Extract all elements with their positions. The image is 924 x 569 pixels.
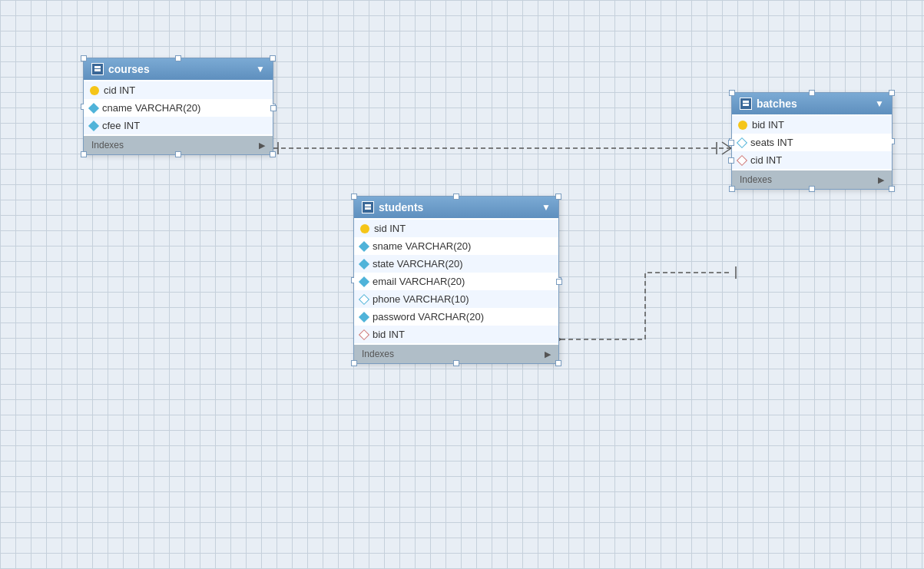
svg-rect-13 bbox=[365, 207, 371, 210]
diamond-outline-icon bbox=[737, 137, 747, 147]
resize-bc[interactable] bbox=[453, 360, 459, 366]
batches-seats-port bbox=[728, 140, 734, 146]
courses-dropdown[interactable]: ▼ bbox=[256, 64, 265, 74]
courses-header[interactable]: courses ▼ bbox=[84, 58, 273, 80]
batches-dropdown[interactable]: ▼ bbox=[875, 98, 884, 109]
field-bid-label: bid INT bbox=[752, 119, 784, 131]
students-title: students bbox=[379, 201, 537, 213]
resize-tr[interactable] bbox=[889, 90, 895, 96]
students-indexes-label: Indexes bbox=[362, 349, 394, 359]
field-bid-label: bid INT bbox=[373, 329, 405, 340]
svg-rect-10 bbox=[743, 101, 749, 103]
resize-tl[interactable] bbox=[81, 55, 87, 61]
svg-rect-8 bbox=[94, 66, 101, 68]
resize-tc[interactable] bbox=[809, 90, 815, 96]
students-fields: sid INT sname VARCHAR(20) state VARCHAR(… bbox=[354, 218, 558, 345]
courses-title: courses bbox=[108, 63, 251, 75]
resize-br[interactable] bbox=[889, 186, 895, 192]
batches-indexes-arrow: ▶ bbox=[878, 175, 884, 185]
resize-tc[interactable] bbox=[453, 194, 459, 200]
batches-table-icon bbox=[740, 98, 752, 110]
resize-bl[interactable] bbox=[351, 360, 357, 366]
courses-field-cname: cname VARCHAR(20) bbox=[84, 99, 273, 117]
key-icon bbox=[738, 121, 747, 130]
resize-tc[interactable] bbox=[175, 55, 181, 61]
batches-header[interactable]: batches ▼ bbox=[732, 93, 892, 114]
courses-field-cid: cid INT bbox=[84, 81, 273, 99]
students-header[interactable]: students ▼ bbox=[354, 197, 558, 218]
students-field-sname: sname VARCHAR(20) bbox=[354, 237, 558, 255]
batches-field-bid: bid INT bbox=[732, 116, 892, 134]
field-cfee-label: cfee INT bbox=[102, 120, 140, 131]
resize-bc[interactable] bbox=[809, 186, 815, 192]
resize-tl[interactable] bbox=[351, 194, 357, 200]
field-sname-label: sname VARCHAR(20) bbox=[373, 240, 471, 252]
field-sid-label: sid INT bbox=[374, 223, 406, 234]
field-seats-label: seats INT bbox=[750, 137, 793, 148]
courses-indexes-arrow: ▶ bbox=[259, 141, 265, 151]
batches-fields: bid INT seats INT cid INT bbox=[732, 114, 892, 170]
diamond-outline-blue-icon bbox=[359, 293, 369, 304]
resize-tr[interactable] bbox=[555, 194, 561, 200]
resize-tl[interactable] bbox=[729, 90, 735, 96]
field-email-label: email VARCHAR(20) bbox=[373, 276, 465, 287]
students-field-sid: sid INT bbox=[354, 220, 558, 237]
diamond-pink-icon bbox=[737, 154, 747, 165]
key-icon bbox=[360, 224, 369, 233]
resize-bl[interactable] bbox=[81, 151, 87, 157]
diamond-icon bbox=[359, 258, 369, 269]
students-table-icon bbox=[362, 201, 374, 213]
svg-rect-11 bbox=[743, 104, 749, 106]
diamond-icon bbox=[88, 120, 99, 131]
batches-cid-port bbox=[728, 157, 734, 164]
svg-rect-9 bbox=[94, 69, 101, 71]
students-email-port bbox=[556, 279, 562, 285]
courses-indexes-label: Indexes bbox=[91, 140, 124, 151]
diamond-icon bbox=[88, 102, 99, 113]
field-password-label: password VARCHAR(20) bbox=[373, 311, 484, 323]
svg-line-1 bbox=[722, 148, 731, 154]
svg-rect-12 bbox=[365, 204, 371, 207]
students-field-state: state VARCHAR(20) bbox=[354, 255, 558, 273]
courses-field-cfee: cfee INT bbox=[84, 117, 273, 134]
resize-br[interactable] bbox=[270, 151, 276, 157]
students-field-password: password VARCHAR(20) bbox=[354, 308, 558, 326]
courses-cname-port bbox=[270, 105, 277, 111]
key-icon bbox=[90, 86, 99, 95]
courses-table: courses ▼ cid INT cname VARCHAR(20) cfee… bbox=[83, 58, 273, 155]
field-cid-label: cid INT bbox=[750, 154, 782, 166]
batches-title: batches bbox=[757, 98, 870, 110]
students-table: students ▼ sid INT sname VARCHAR(20) sta… bbox=[353, 196, 559, 364]
courses-fields: cid INT cname VARCHAR(20) cfee INT bbox=[84, 80, 273, 136]
resize-tr[interactable] bbox=[270, 55, 276, 61]
diamond-icon bbox=[359, 311, 369, 322]
students-dropdown[interactable]: ▼ bbox=[541, 202, 551, 213]
field-cid-label: cid INT bbox=[104, 84, 135, 96]
batches-field-cid: cid INT bbox=[732, 151, 892, 169]
batches-indexes-label: Indexes bbox=[740, 174, 772, 185]
students-field-email: email VARCHAR(20) bbox=[354, 273, 558, 290]
resize-bl[interactable] bbox=[729, 186, 735, 192]
resize-br[interactable] bbox=[555, 360, 561, 366]
diamond-icon bbox=[359, 276, 369, 286]
diamond-icon bbox=[359, 240, 369, 251]
students-indexes-arrow: ▶ bbox=[545, 349, 551, 359]
students-field-bid: bid INT bbox=[354, 326, 558, 343]
field-state-label: state VARCHAR(20) bbox=[373, 258, 463, 270]
field-cname-label: cname VARCHAR(20) bbox=[102, 102, 200, 114]
students-field-phone: phone VARCHAR(10) bbox=[354, 290, 558, 308]
resize-bc[interactable] bbox=[175, 151, 181, 157]
batches-field-seats: seats INT bbox=[732, 134, 892, 151]
field-phone-label: phone VARCHAR(10) bbox=[373, 293, 469, 305]
diamond-pink-icon bbox=[359, 329, 369, 339]
connection-students-batches bbox=[561, 273, 731, 339]
batches-table: batches ▼ bid INT seats INT cid INT Inde… bbox=[731, 92, 893, 190]
courses-table-icon bbox=[91, 63, 104, 75]
